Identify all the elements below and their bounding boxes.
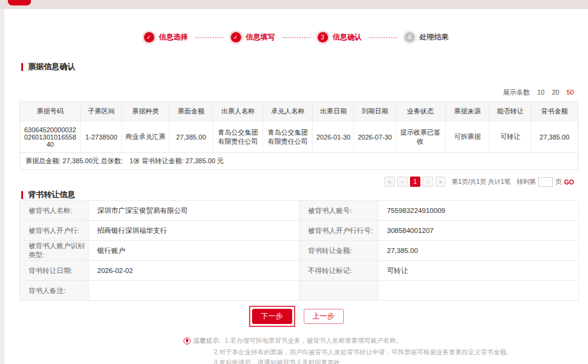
col-header-biz-status: 业务状态: [395, 102, 445, 121]
goto-page-label: 转到第: [517, 178, 536, 186]
form-row: 被背书人名称: 深圳市广深宝俊贸易有限公司 被背书人账号: 7559832249…: [20, 201, 579, 221]
col-header-due-date: 到期日期: [354, 102, 395, 121]
step-result: 4 处理结果: [405, 32, 449, 42]
step-label: 处理结果: [420, 32, 449, 42]
form-row: 被背书人账户识别类型: 银行账户 背书转让金额: 27,385.00: [20, 241, 579, 261]
main-panel: ✓ 信息选择 ✓ 信息填写 3 信息确认 4 处理结果 票据信息确认 展示条数 …: [4, 9, 588, 364]
endorsee-bank-code-value: 308584001207: [378, 221, 579, 241]
step-number-icon: 4: [405, 32, 415, 42]
step-done-icon: ✓: [231, 32, 241, 42]
col-header-subrange: 子票区间: [81, 102, 122, 121]
section-accent-bar: [21, 63, 23, 71]
section-accent-bar: [21, 191, 23, 199]
endorsee-name-label: 被背书人名称:: [20, 201, 89, 221]
cell-bill-source: 可拆票据: [445, 121, 490, 153]
bill-table-summary: 票据总金额: 27,385.00元 总张数: 1张 背书转让金额: 27,385…: [19, 153, 578, 170]
col-header-endorse-amount: 背书金额: [531, 102, 578, 121]
cell-endorse-amount: 27,385.00: [531, 121, 578, 153]
page-size-option-20[interactable]: 20: [552, 89, 559, 96]
left-gutter: [0, 9, 4, 364]
next-button-highlight: 下一步: [249, 306, 295, 327]
step-connector: [282, 37, 310, 38]
page-info-text: 第1页/共1页 共计1笔: [452, 178, 511, 186]
tips-line-3: 3.发起申请后，请通知被背书人及时回复签收。: [214, 359, 513, 364]
empty-label-cell: [299, 281, 378, 301]
section-title-text: 票据信息确认: [28, 61, 75, 72]
step-connector: [196, 37, 224, 38]
step-done-icon: ✓: [144, 32, 154, 42]
step-connector: [369, 37, 397, 38]
page-size-option-10[interactable]: 10: [537, 89, 544, 96]
top-bar: [0, 0, 588, 9]
non-transferable-flag-label: 不得转让标记:: [299, 261, 378, 281]
col-header-bill-source: 票据来源: [445, 102, 490, 121]
form-row: 背书转让日期: 2026-02-02 不得转让标记: 可转让: [20, 261, 579, 281]
empty-value-cell: [378, 281, 579, 301]
cell-face-amount: 27,385.00: [169, 121, 213, 153]
endorsee-name-value: 深圳市广深宝俊贸易有限公司: [89, 201, 299, 221]
col-header-bill-number: 票据号码: [20, 102, 81, 121]
tips-line-1: 1.若办理可拆电票背书业务，被背书人名称需要填写账户名称。: [225, 337, 402, 345]
endorsee-account-value: 755983224910009: [378, 201, 579, 221]
account-id-type-value: 银行账户: [89, 241, 299, 261]
account-id-type-label: 被背书人账户识别类型:: [20, 241, 89, 261]
page-unit-label: 页: [555, 178, 562, 186]
endorse-info-section-title: 背书转让信息: [21, 189, 75, 200]
page-size-selector: 展示条数 10 20 50: [503, 88, 574, 97]
cell-drawer-name: 青岛公交集团有限责任公司: [213, 121, 263, 153]
col-header-drawer-name: 出票人名称: [213, 102, 263, 121]
step-number-icon: 3: [318, 32, 328, 42]
first-page-button[interactable]: «: [385, 177, 395, 187]
col-header-face-amount: 票面金额: [169, 102, 213, 121]
col-header-bill-type: 票据种类: [122, 102, 169, 121]
pagination: « ‹ 1 › » 第1页/共1页 共计1笔 转到第 页 GO: [382, 177, 574, 187]
cell-due-date: 2026-07-30: [354, 121, 395, 153]
bill-table: 票据号码 子票区间 票据种类 票面金额 出票人名称 承兑人名称 出票日期 到期日…: [19, 101, 578, 153]
tips-line-2: 2.对于本企业持有的票据，用户向被背书人发起背书转让申请，可拆票据可根据业务需要…: [214, 348, 513, 356]
step-label: 信息选择: [159, 32, 188, 42]
endorsee-account-label: 被背书人账号:: [299, 201, 378, 221]
action-button-row: 下一步 上一步: [4, 306, 588, 327]
cell-issue-date: 2026-01-30: [313, 121, 354, 153]
section-title-text: 背书转让信息: [28, 189, 75, 200]
tips-block: 温馨提示: 1.若办理可拆电票背书业务，被背书人名称需要填写账户名称。 2.对于…: [183, 337, 513, 364]
endorse-amount-label: 背书转让金额:: [299, 241, 378, 261]
page-size-label: 展示条数: [503, 89, 530, 96]
endorser-remark-label: 背书人备注:: [20, 281, 89, 301]
endorsee-bank-code-label: 被背书人开户行行号:: [299, 221, 378, 241]
prev-step-button[interactable]: 上一步: [304, 309, 344, 324]
step-info-fill: ✓ 信息填写: [231, 32, 275, 42]
bill-table-row: 630645200000320260130101655840 1-2738500…: [20, 121, 578, 153]
form-row: 被背书人开户行: 招商银行深圳福华支行 被背书人开户行行号: 308584001…: [20, 221, 579, 241]
cell-subrange: 1-2738500: [81, 121, 122, 153]
cell-biz-status: 提示收票已签收: [395, 121, 445, 153]
step-info-confirm: 3 信息确认: [318, 32, 362, 42]
col-header-issue-date: 出票日期: [313, 102, 354, 121]
endorse-amount-value: 27,385.00: [378, 241, 579, 261]
page-size-option-50[interactable]: 50: [567, 89, 574, 96]
cell-transferable: 可转让: [490, 121, 531, 153]
endorse-date-value: 2026-02-02: [89, 261, 299, 281]
active-tab-marker[interactable]: [8, 0, 31, 5]
endorse-form-table: 被背书人名称: 深圳市广深宝俊贸易有限公司 被背书人账号: 7559832249…: [19, 200, 579, 301]
endorsee-bank-label: 被背书人开户行:: [20, 221, 89, 241]
step-label: 信息确认: [333, 32, 362, 42]
prev-page-button[interactable]: ‹: [397, 177, 408, 187]
bill-table-header-row: 票据号码 子票区间 票据种类 票面金额 出票人名称 承兑人名称 出票日期 到期日…: [20, 102, 578, 121]
goto-page-input[interactable]: [538, 177, 553, 187]
tips-header: 温馨提示: 1.若办理可拆电票背书业务，被背书人名称需要填写账户名称。: [183, 337, 513, 345]
cell-bill-type: 商业承兑汇票: [122, 121, 169, 153]
non-transferable-flag-value: 可转让: [378, 261, 579, 281]
last-page-button[interactable]: »: [436, 177, 446, 187]
next-step-button[interactable]: 下一步: [252, 309, 292, 324]
endorse-date-label: 背书转让日期:: [20, 261, 89, 281]
endorsee-bank-value: 招商银行深圳福华支行: [89, 221, 299, 241]
step-label: 信息填写: [246, 32, 275, 42]
go-button[interactable]: GO: [564, 178, 574, 186]
current-page-button[interactable]: 1: [410, 177, 420, 187]
cell-acceptor-name: 青岛公交集团有限责任公司: [263, 121, 313, 153]
lightbulb-icon: [183, 337, 191, 345]
next-page-button[interactable]: ›: [423, 177, 433, 187]
cell-bill-number: 630645200000320260130101655840: [20, 121, 81, 153]
col-header-transferable: 能否转让: [490, 102, 531, 121]
